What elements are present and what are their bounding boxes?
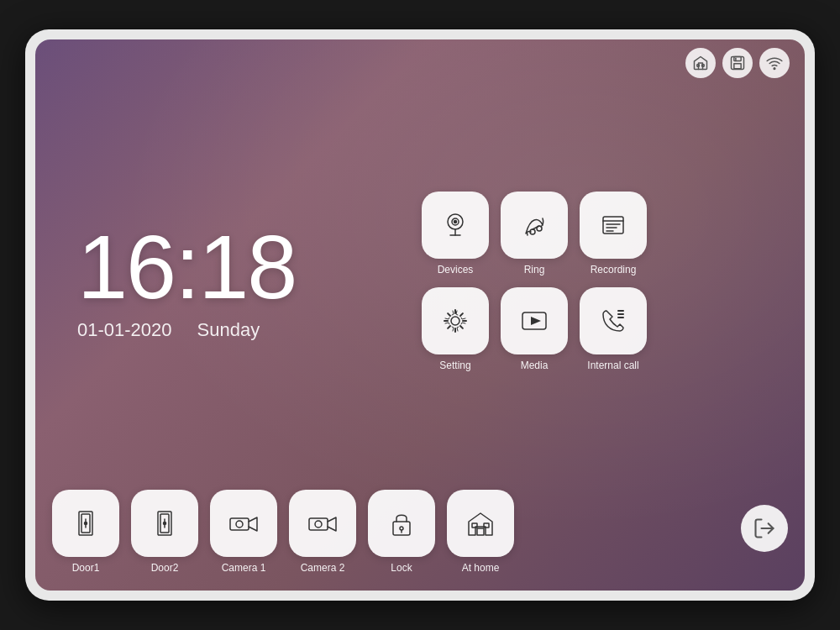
phone-icon (595, 302, 632, 339)
media-icon-bg (501, 287, 568, 354)
svg-point-34 (236, 521, 243, 528)
svg-rect-4 (734, 64, 741, 69)
camera2-icon-bg (289, 490, 356, 557)
door2-icon-bg (131, 490, 198, 557)
clock-day-value: Sunday (197, 319, 260, 341)
app-door2[interactable]: Door2 (131, 490, 198, 574)
app-camera1[interactable]: Camera 1 (210, 490, 277, 574)
app-internal-call[interactable]: Internal call (580, 287, 647, 371)
camera2-label: Camera 2 (301, 562, 345, 574)
app-lock[interactable]: Lock (368, 490, 435, 574)
svg-rect-35 (309, 518, 328, 530)
app-door1[interactable]: Door1 (52, 490, 119, 574)
lock-label: Lock (391, 562, 412, 574)
media-label: Media (521, 360, 549, 371)
at-home-label: At home (462, 562, 500, 574)
svg-rect-2 (732, 57, 744, 70)
svg-point-9 (454, 221, 457, 223)
recording-icon-bg (580, 192, 647, 259)
app-media[interactable]: Media (501, 287, 568, 371)
clock-section: 16:18 01-01-2020 Sunday (52, 222, 405, 341)
door2-icon (146, 505, 183, 542)
devices-label: Devices (438, 264, 474, 276)
wifi-status-button[interactable] (759, 48, 790, 78)
apps-row-1: Devices (422, 192, 788, 276)
door1-label: Door1 (72, 562, 100, 574)
app-devices[interactable]: Devices (422, 192, 489, 276)
setting-label: Setting (439, 360, 470, 371)
at-home-icon-bg (447, 490, 514, 557)
camera1-icon (225, 505, 262, 542)
lock-icon-bg (368, 490, 435, 557)
devices-icon-bg (422, 192, 489, 259)
recording-icon (595, 207, 632, 244)
clock-time: 16:18 (77, 222, 296, 312)
app-ring[interactable]: Ring (501, 192, 568, 276)
svg-rect-41 (472, 523, 477, 528)
home-status-button[interactable] (685, 48, 716, 78)
ring-icon (516, 207, 553, 244)
setting-icon-bg (422, 287, 489, 354)
app-recording[interactable]: Recording (580, 192, 647, 276)
camera1-label: Camera 1 (222, 562, 266, 574)
door1-icon-bg (52, 490, 119, 557)
camera1-icon-bg (210, 490, 277, 557)
svg-point-6 (774, 68, 775, 70)
svg-rect-3 (734, 57, 741, 61)
internal-call-icon-bg (580, 287, 647, 354)
svg-point-25 (85, 522, 87, 525)
tablet-screen: 16:18 01-01-2020 Sunday (35, 39, 805, 591)
media-icon (516, 302, 553, 339)
ring-icon-bg (501, 192, 568, 259)
bottom-section: Door1 Door2 (35, 490, 805, 591)
bottom-apps-row: Door1 Door2 (52, 490, 732, 574)
svg-rect-42 (484, 523, 489, 528)
apps-grid: Devices (405, 192, 788, 371)
app-camera2[interactable]: Camera 2 (289, 490, 356, 574)
svg-point-30 (164, 522, 166, 525)
ring-label: Ring (524, 264, 545, 276)
camera2-icon (304, 505, 341, 542)
tablet-device: 16:18 01-01-2020 Sunday (25, 29, 815, 601)
svg-rect-40 (477, 528, 484, 535)
app-at-home[interactable]: At home (447, 490, 514, 574)
internal-call-label: Internal call (587, 360, 638, 371)
svg-marker-22 (531, 317, 541, 325)
lock-icon (383, 505, 420, 542)
exit-icon (753, 517, 776, 540)
svg-point-36 (315, 521, 322, 528)
svg-rect-33 (230, 518, 249, 530)
door1-icon (67, 505, 104, 542)
apps-row-2: Setting Media (422, 287, 788, 371)
save-status-button[interactable] (722, 48, 753, 78)
svg-line-14 (533, 226, 539, 229)
clock-date: 01-01-2020 Sunday (77, 319, 260, 341)
svg-point-20 (451, 317, 459, 325)
recording-label: Recording (591, 264, 637, 276)
at-home-icon (462, 505, 499, 542)
devices-icon (437, 207, 474, 244)
app-setting[interactable]: Setting (422, 287, 489, 371)
setting-icon (437, 302, 474, 339)
main-content: 16:18 01-01-2020 Sunday (35, 81, 805, 490)
door2-label: Door2 (151, 562, 179, 574)
status-bar (35, 39, 805, 81)
clock-date-value: 01-01-2020 (77, 319, 172, 341)
exit-button[interactable] (741, 505, 788, 552)
